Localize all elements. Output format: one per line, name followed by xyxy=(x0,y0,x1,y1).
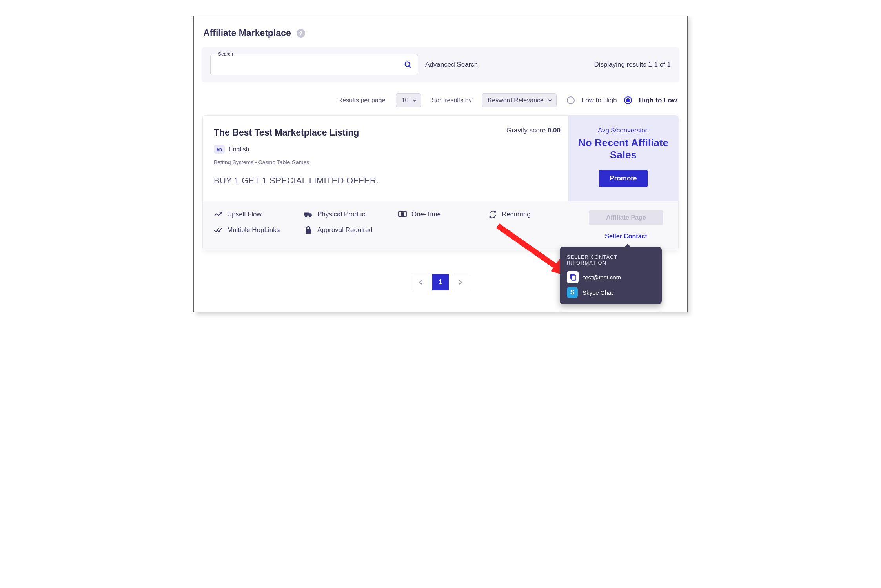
svg-rect-2 xyxy=(304,212,309,215)
avg-conversion-label: Avg $/conversion xyxy=(577,127,670,134)
tooltip-title: SELLER CONTACT INFORMATION xyxy=(567,254,655,266)
page-1-button[interactable]: 1 xyxy=(432,274,449,290)
chevron-right-icon xyxy=(458,280,462,285)
tag-one-time: $ One-Time xyxy=(398,210,488,219)
search-bar: Search Advanced Search Displaying result… xyxy=(202,47,679,82)
radio-low-to-high[interactable] xyxy=(567,96,575,104)
gravity-score: Gravity score 0.00 xyxy=(506,127,561,134)
tags-grid: Upsell Flow Physical Product $ One-Time xyxy=(214,210,567,234)
listing-footer: Upsell Flow Physical Product $ One-Time xyxy=(203,201,678,250)
radio-low-label: Low to High xyxy=(582,96,617,104)
radio-high-label: High to Low xyxy=(639,96,677,104)
per-page-value: 10 xyxy=(402,97,409,104)
promote-button[interactable]: Promote xyxy=(599,170,648,187)
sort-label: Sort results by xyxy=(431,97,471,104)
search-label: Search xyxy=(216,51,235,57)
svg-point-0 xyxy=(405,62,410,67)
dollar-icon: $ xyxy=(398,210,407,219)
skype-icon: S xyxy=(567,287,578,298)
listing-title[interactable]: The Best Test Marketplace Listing xyxy=(214,127,557,138)
lock-icon xyxy=(304,226,313,234)
search-field-wrapper: Search xyxy=(210,54,418,75)
per-page-label: Results per page xyxy=(338,97,386,104)
listing-card: Gravity score 0.00 The Best Test Marketp… xyxy=(202,115,679,250)
language-badge: en xyxy=(214,145,225,154)
tag-physical-product: Physical Product xyxy=(304,210,398,219)
listing-side-panel: Avg $/conversion No Recent Affiliate Sal… xyxy=(568,116,678,201)
results-count: Displaying results 1-1 of 1 xyxy=(594,61,671,69)
svg-rect-9 xyxy=(572,275,576,280)
tooltip-skype-row[interactable]: S Skype Chat xyxy=(567,287,655,298)
chevron-left-icon xyxy=(419,280,423,285)
trending-up-icon xyxy=(214,210,222,219)
sort-select[interactable]: Keyword Relevance xyxy=(482,93,557,107)
svg-rect-7 xyxy=(306,229,311,234)
language-name: English xyxy=(229,146,249,153)
svg-line-1 xyxy=(409,66,411,67)
seller-contact-tooltip: SELLER CONTACT INFORMATION test@test.com… xyxy=(560,247,662,304)
seller-contact-link[interactable]: Seller Contact xyxy=(605,233,647,240)
page-prev-button[interactable] xyxy=(413,274,429,290)
category-text: Betting Systems - Casino Table Games xyxy=(214,159,557,165)
tag-multiple-hoplinks: Multiple HopLinks xyxy=(214,226,304,234)
per-page-select[interactable]: 10 xyxy=(396,93,422,107)
advanced-search-link[interactable]: Advanced Search xyxy=(425,61,478,69)
sort-direction-group: Low to High High to Low xyxy=(567,96,677,104)
no-recent-sales: No Recent Affiliate Sales xyxy=(577,137,670,161)
tag-upsell-flow: Upsell Flow xyxy=(214,210,304,219)
double-check-icon xyxy=(214,226,222,234)
svg-text:$: $ xyxy=(401,212,404,216)
truck-icon xyxy=(304,210,313,219)
search-icon xyxy=(404,60,412,69)
radio-high-to-low[interactable] xyxy=(624,96,632,104)
search-button[interactable] xyxy=(402,59,413,70)
chevron-down-icon xyxy=(412,98,417,103)
svg-point-3 xyxy=(306,216,307,217)
tooltip-skype: Skype Chat xyxy=(582,289,613,296)
search-input[interactable] xyxy=(210,54,418,75)
language-row: en English xyxy=(214,145,557,154)
sort-value: Keyword Relevance xyxy=(488,97,544,104)
copy-icon[interactable] xyxy=(567,271,579,283)
affiliate-page-button: Affiliate Page xyxy=(589,210,663,225)
page-next-button[interactable] xyxy=(452,274,468,290)
svg-point-4 xyxy=(309,216,311,217)
page-header: Affiliate Marketplace ? xyxy=(202,28,679,38)
page-title: Affiliate Marketplace xyxy=(203,28,291,38)
chevron-down-icon xyxy=(548,98,552,103)
tooltip-email-row[interactable]: test@test.com xyxy=(567,271,655,283)
tag-recurring: Recurring xyxy=(488,210,567,219)
tag-approval-required: Approval Required xyxy=(304,226,398,234)
tooltip-email: test@test.com xyxy=(583,274,621,281)
help-icon[interactable]: ? xyxy=(297,29,305,38)
app-frame: Affiliate Marketplace ? Search Advanced … xyxy=(193,16,688,312)
controls-row: Results per page 10 Sort results by Keyw… xyxy=(202,82,679,115)
refresh-icon xyxy=(488,210,497,219)
listing-actions: Affiliate Page Seller Contact xyxy=(585,210,667,240)
offer-text: BUY 1 GET 1 SPECIAL LIMITED OFFER. xyxy=(214,176,557,186)
